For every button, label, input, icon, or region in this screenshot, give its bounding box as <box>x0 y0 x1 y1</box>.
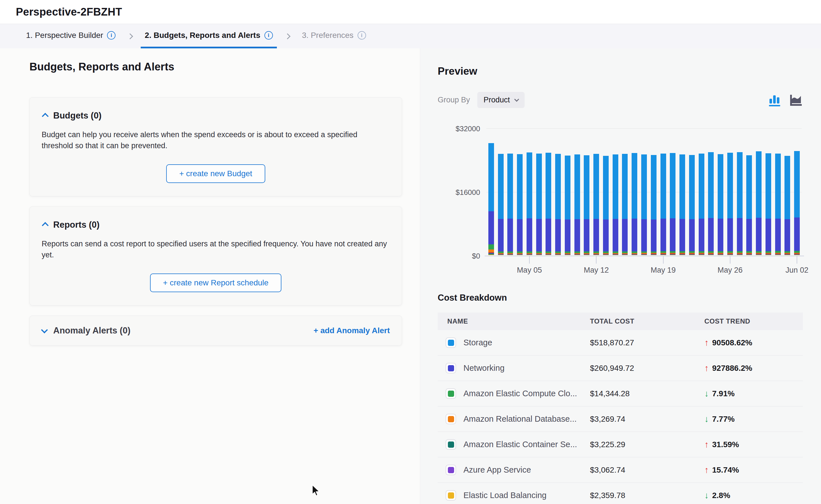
bar-segment <box>574 154 580 219</box>
trend-up-arrow-icon: ↑ <box>704 466 709 474</box>
create-report-schedule-button[interactable]: + create new Report schedule <box>150 273 282 292</box>
stacked-bar <box>689 155 695 255</box>
trend-down-arrow-icon: ↓ <box>704 389 709 398</box>
trend-down-arrow-icon: ↓ <box>704 491 709 500</box>
bar-segment <box>718 255 723 255</box>
total-cost-value: $260,949.72 <box>590 364 704 373</box>
bar-segment <box>612 255 618 255</box>
bar-segment <box>699 154 704 219</box>
table-row: Azure App Service$3,062.74↑15.74% <box>438 457 803 483</box>
section-heading: Budgets, Reports and Alerts <box>29 61 420 73</box>
bar-segment <box>603 255 609 255</box>
stacked-bar <box>574 154 580 255</box>
bar-segment <box>766 255 771 255</box>
bar-segment <box>775 219 781 251</box>
y-axis-label: $0 <box>438 252 480 260</box>
table-row: Amazon Relational Database...$3,269.74↓7… <box>438 406 803 432</box>
bar-segment <box>794 255 800 255</box>
budgets-description: Budget can help you receive alerts when … <box>42 129 390 151</box>
bar-segment <box>488 255 494 255</box>
bar-segment <box>632 255 637 255</box>
stacked-bar <box>488 143 494 255</box>
trend-up-arrow-icon: ↑ <box>704 364 709 372</box>
info-icon[interactable]: i <box>265 31 273 40</box>
bar-segment <box>708 255 714 255</box>
bar-segment <box>632 219 637 251</box>
bar-segment <box>593 255 599 255</box>
stacked-bar <box>565 156 570 255</box>
stacked-bar <box>498 154 504 255</box>
bar-segment <box>565 219 570 252</box>
bar-segment <box>488 211 494 244</box>
bar-segment <box>622 255 628 255</box>
total-cost-value: $518,870.27 <box>590 338 704 347</box>
bar-segment <box>574 219 580 252</box>
bar-segment <box>584 255 589 255</box>
bar-segment <box>536 255 542 255</box>
bar-segment <box>507 219 513 251</box>
bar-segment <box>612 219 618 251</box>
legend-swatch <box>446 439 456 450</box>
bar-segment <box>756 218 762 251</box>
bar-segment <box>622 219 628 251</box>
bar-segment <box>536 154 542 219</box>
bar-segment <box>775 154 781 219</box>
legend-swatch <box>446 363 456 373</box>
left-pane: Budgets, Reports and Alerts Budgets (0) … <box>0 48 420 504</box>
app-header: Perspective-2FBZHT <box>0 0 821 24</box>
bar-segment <box>766 153 771 219</box>
tab-budgets-reports-and-alerts[interactable]: 2. Budgets, Reports and Alertsi <box>141 24 277 48</box>
bar-segment <box>584 219 589 251</box>
bar-segment <box>641 255 647 255</box>
tab-perspective-builder[interactable]: 1. Perspective Builderi <box>22 24 119 48</box>
legend-swatch <box>446 337 456 348</box>
table-header-row: NAME TOTAL COST COST TREND <box>438 313 803 330</box>
bar-segment <box>670 153 676 218</box>
reports-description: Reports can send a cost report to specif… <box>42 238 390 260</box>
bar-segment <box>689 155 695 219</box>
trend-percent: 15.74% <box>712 466 739 475</box>
bar-segment <box>737 152 743 218</box>
bar-segment <box>488 244 494 249</box>
bar-segment <box>689 255 695 255</box>
reports-collapse-toggle[interactable]: Reports (0) <box>42 220 390 230</box>
add-anomaly-alert-link[interactable]: + add Anomaly Alert <box>314 326 390 335</box>
create-budget-button[interactable]: + create new Budget <box>166 164 265 183</box>
trend-percent: 927886.2% <box>712 364 753 373</box>
bar-segment <box>612 154 618 219</box>
bar-segment <box>794 151 800 217</box>
bar-chart-icon <box>768 94 782 107</box>
service-name: Storage <box>463 338 492 347</box>
service-name: Amazon Relational Database... <box>463 414 577 424</box>
bar-chart-toggle[interactable] <box>768 94 782 107</box>
chevron-up-icon <box>42 113 49 119</box>
column-header-trend: COST TREND <box>704 317 803 325</box>
y-axis-label: $16000 <box>438 188 480 197</box>
bar-segment <box>507 154 513 219</box>
bar-segment <box>756 255 762 255</box>
legend-swatch <box>446 490 456 501</box>
stacked-bar <box>756 151 762 255</box>
stacked-bar <box>536 154 542 255</box>
info-icon[interactable]: i <box>107 31 115 40</box>
area-chart-toggle[interactable] <box>790 94 803 107</box>
bar-segment <box>622 154 628 219</box>
tab-preferences[interactable]: 3. Preferencesi <box>298 24 370 48</box>
bar-segment <box>785 219 790 251</box>
total-cost-value: $3,062.74 <box>590 466 704 475</box>
table-row: Elastic Load Balancing$2,359.78↓2.8% <box>438 483 803 504</box>
stacked-bar <box>746 155 752 255</box>
bar-segment <box>641 154 647 219</box>
info-icon[interactable]: i <box>358 31 366 40</box>
group-by-dropdown[interactable]: Product <box>477 92 524 108</box>
anomaly-collapse-toggle[interactable]: Anomaly Alerts (0) <box>42 326 130 336</box>
x-axis-tick <box>797 256 797 264</box>
x-axis-tick <box>730 256 730 264</box>
mouse-cursor <box>310 484 322 497</box>
column-header-total: TOTAL COST <box>590 317 704 325</box>
table-row: Networking$260,949.72↑927886.2% <box>438 356 803 381</box>
total-cost-value: $14,344.28 <box>590 389 704 398</box>
preview-panel: Preview Group By Product <box>420 48 821 504</box>
bar-segment <box>661 154 666 218</box>
budgets-collapse-toggle[interactable]: Budgets (0) <box>42 111 390 121</box>
